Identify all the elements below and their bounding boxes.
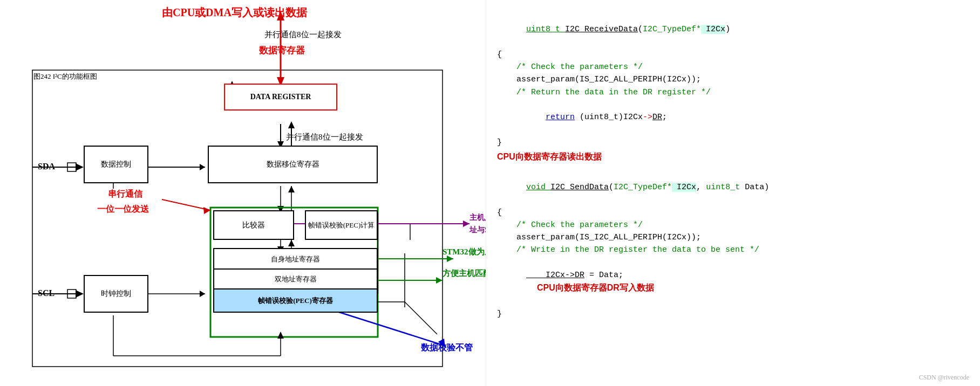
diagram-svg	[0, 0, 486, 386]
svg-marker-33	[200, 291, 205, 297]
svg-marker-52	[436, 277, 443, 284]
annotation-one-bit: 一位一位发送	[97, 204, 149, 215]
svg-line-40	[405, 302, 437, 334]
svg-marker-22	[288, 186, 295, 192]
data-register-box: DATA REGISTER	[224, 84, 337, 111]
svg-line-55	[162, 199, 210, 210]
svg-marker-48	[463, 220, 469, 227]
func2-comment2: /* Write in the DR register the data to …	[497, 244, 969, 256]
func2-open: {	[497, 206, 969, 219]
csdn-watermark: CSDN @rivencode	[919, 374, 969, 382]
func1-comment2: /* Return the data in the DR register */	[497, 86, 969, 99]
annotation-parallel-top: 并行通信8位一起接发	[264, 30, 342, 40]
code-area: uint8_t I2C_ReceiveData(I2C_TypeDef* I2C…	[486, 0, 980, 386]
svg-marker-9	[200, 164, 205, 170]
svg-rect-4	[67, 163, 76, 171]
data-ctrl-box: 数据控制	[84, 146, 148, 183]
svg-marker-44	[277, 332, 284, 339]
svg-marker-2	[76, 163, 84, 171]
annotation-serial: 串行通信	[108, 189, 142, 200]
func1-comment1: /* Check the parameters */	[497, 61, 969, 73]
diagram-title: 图242 I²C的功能框图	[33, 72, 97, 81]
func2-line1: assert_param(IS_I2C_ALL_PERIPH(I2Cx));	[497, 231, 969, 244]
func1-open: {	[497, 49, 969, 61]
data-shift-box: 数据移位寄存器	[208, 146, 378, 183]
pec-calc-box: 帧错误校验(PEC)计算	[305, 210, 378, 240]
svg-marker-56	[203, 207, 210, 214]
dual-addr-box: 双地址寄存器	[213, 268, 378, 290]
svg-marker-6	[76, 290, 84, 298]
svg-line-53	[324, 307, 443, 345]
func1-line1: assert_param(IS_I2C_ALL_PERIPH(I2Cx));	[497, 73, 969, 86]
cpu-read-note: CPU向数据寄存器读出数据	[497, 150, 969, 164]
sda-label: SDA	[38, 162, 55, 171]
func2-close: }	[497, 308, 969, 320]
self-addr-box: 自身地址寄存器	[213, 248, 378, 271]
func2-line2: I2Cx->DR = Data; CPU向数据寄存器DR写入数据	[497, 257, 969, 308]
svg-marker-26	[288, 240, 295, 246]
clock-ctrl-box: 时钟控制	[84, 275, 148, 313]
diagram-area: 图242 I²C的功能框图 由CPU或DMA写入或读出数据 并行通信8位一起接发…	[0, 0, 486, 386]
annotation-data-reg-label: 数据寄存器	[259, 44, 305, 57]
pec-reg-box: 帧错误校验(PEC)寄存器	[213, 288, 378, 313]
func1-sig: uint8_t I2C_ReceiveData(I2C_TypeDef* I2C…	[497, 11, 969, 49]
annotation-no-check: 数据校验不管	[421, 342, 473, 354]
scl-label: SCL	[38, 288, 55, 298]
annotation-top-red: 由CPU或DMA写入或读出数据	[162, 5, 307, 20]
func1-close: }	[497, 136, 969, 149]
annotation-parallel-bottom: 并行通信8位一起接发	[286, 132, 363, 142]
comparator-box: 比较器	[213, 210, 294, 240]
svg-rect-7	[67, 290, 76, 298]
func1-return: return (uint8_t)I2Cx->DR;	[497, 99, 969, 136]
func2-sig: void I2C_SendData(I2C_TypeDef* I2Cx, uin…	[497, 169, 969, 206]
svg-marker-15	[288, 121, 295, 128]
func2-comment1: /* Check the parameters */	[497, 219, 969, 231]
